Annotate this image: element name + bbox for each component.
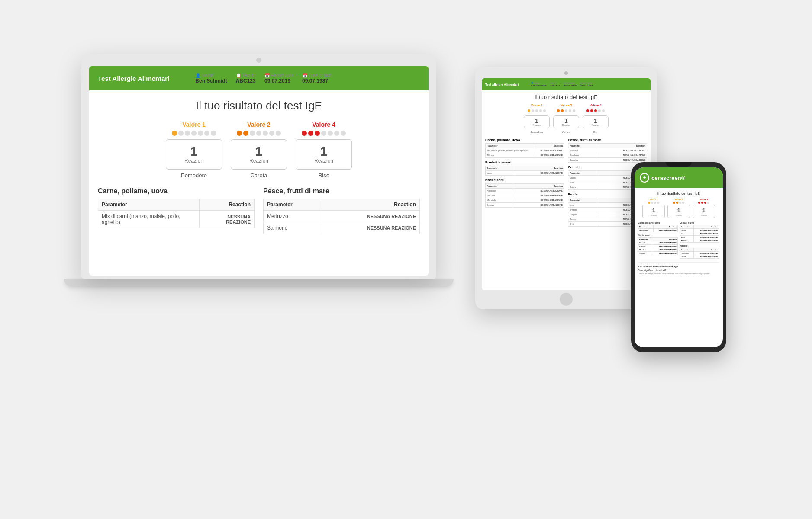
table-group-title-carne: Carne, pollame, uova bbox=[98, 187, 255, 195]
result-title: Il tuo risultato del test IgE bbox=[98, 99, 420, 112]
dot bbox=[211, 131, 216, 136]
meta-dob: 📅 Date of birth 09.07.1987 bbox=[302, 73, 332, 84]
phone-values-row: Valore 1 1 Reazion bbox=[638, 198, 719, 219]
report-title: Test Allergie Alimentari bbox=[89, 70, 187, 87]
dot bbox=[172, 131, 177, 136]
food-name-4: Riso bbox=[296, 172, 352, 179]
meta-dob: Date of birth 09.07.1987 bbox=[580, 82, 593, 87]
phone-notch bbox=[666, 162, 692, 167]
dot bbox=[243, 131, 248, 136]
tablet-result-title: Il tuo risultato del test IgE bbox=[485, 94, 647, 100]
table-row: GranoNESSUNA REAZIONE bbox=[680, 229, 719, 232]
cerascreen-logo-circle: + bbox=[640, 173, 649, 183]
value-card-2: Valore 2 1 Reazion Caro bbox=[553, 104, 579, 134]
dot bbox=[198, 131, 203, 136]
cerascreen-brand-name: cerascreen® bbox=[651, 175, 685, 181]
param-cell: Merluzzo bbox=[264, 211, 321, 222]
value-card-1: Valore 1 bbox=[166, 121, 222, 179]
table-row: Mix di carni (manzo, maiale, pollo, agne… bbox=[98, 211, 255, 228]
meta-name: 👤 Name Ben Schmidt bbox=[195, 73, 227, 84]
table-row: MelaNESSUNA REAZIONE bbox=[680, 236, 719, 239]
laptop-body: Test Allergie Alimentari 👤 Name Ben Schm… bbox=[81, 54, 436, 279]
dot bbox=[256, 131, 261, 136]
report-header: Test Allergie Alimentari 👤 Name Ben Schm… bbox=[89, 66, 429, 90]
dots-row-1 bbox=[166, 131, 222, 136]
meta-testid: Test-ID ABC123 bbox=[550, 82, 560, 87]
table-group-carne: Carne, pollame, uova Parameter Reaction bbox=[98, 187, 255, 234]
meta-report-date: 📅 Report date 09.07.2019 bbox=[264, 73, 293, 84]
table-row: MandorleNESSUNA REAZIONE bbox=[486, 198, 564, 203]
phone-bottom-text: Valutazione dei risultati delle IgE Cosa… bbox=[638, 262, 719, 275]
laptop-camera bbox=[256, 58, 261, 63]
table-row: Mix di carn (manzo, maiale, pollo, agnel… bbox=[486, 148, 564, 153]
tables-section: Carne, pollame, uova Parameter Reaction bbox=[98, 187, 420, 234]
table-row: MandorleNESSUNA REAZIONE bbox=[638, 248, 678, 252]
value-card-4: Valore 4 bbox=[296, 121, 352, 179]
value-card-2: Valore 2 bbox=[231, 121, 287, 179]
tablet-report-body: Il tuo risultato del test IgE Valore 1 1 bbox=[482, 90, 651, 230]
table-group-pesce: Pesce, frutti di mare Parameter Reaction bbox=[263, 187, 420, 234]
phone-body: + cerascreen® Il tuo risultato del test … bbox=[631, 162, 726, 352]
tablet-report-title: Test Allergie Alimentari bbox=[482, 80, 527, 89]
col-header-param: Parameter bbox=[264, 199, 321, 211]
dot bbox=[178, 131, 184, 136]
reaction-box-4: 1 Reazion bbox=[296, 139, 352, 170]
dot bbox=[308, 131, 313, 136]
table-row: SenapeNESSUNA REAZIONE bbox=[638, 252, 678, 255]
table-row: LatteNESSUNA REAZIONE bbox=[486, 171, 564, 176]
dot bbox=[321, 131, 326, 136]
values-row: Valore 1 bbox=[98, 121, 420, 179]
laptop-report: Test Allergie Alimentari 👤 Name Ben Schm… bbox=[89, 66, 429, 276]
table-row: Salmone NESSUNA REAZIONE bbox=[264, 222, 420, 234]
dot bbox=[328, 131, 333, 136]
tablet-report-header: Test Allergie Alimentari 👤 Name Ben Schm… bbox=[482, 78, 651, 90]
param-cell: Mix di carni (manzo, maiale, pollo, agne… bbox=[98, 211, 200, 228]
table-row: CarotaNESSUNA REAZIONE bbox=[680, 255, 719, 259]
report-body: Il tuo risultato del test IgE Valore 1 bbox=[89, 90, 429, 243]
dots-row-4 bbox=[296, 131, 352, 136]
table-row: MerluzzoNESSUNA REAZIONE bbox=[568, 148, 647, 153]
value-label-4: Valore 4 bbox=[296, 121, 352, 128]
reaction-box-1: 1 Reazion bbox=[166, 139, 222, 170]
tablet-home-button[interactable] bbox=[560, 293, 573, 306]
dot bbox=[250, 131, 255, 136]
food-name-2: Carota bbox=[231, 172, 287, 179]
phone-header: + cerascreen® bbox=[635, 167, 723, 188]
tablet-report: Test Allergie Alimentari 👤 Name Ben Schm… bbox=[482, 78, 651, 290]
dot bbox=[302, 131, 307, 136]
phone-device: + cerascreen® Il tuo risultato del test … bbox=[631, 162, 726, 352]
meta-name: 👤 Name Ben Schmidt bbox=[531, 82, 547, 87]
meta-report-date: Report date 09.07.2019 bbox=[564, 82, 577, 87]
phone-screen: + cerascreen® Il tuo risultato del test … bbox=[635, 167, 723, 347]
phone-value-card-4: Valore 4 1 Reazion bbox=[693, 198, 715, 219]
tablet-device: Test Allergie Alimentari 👤 Name Ben Schm… bbox=[475, 67, 657, 318]
table-row: ArachidiNESSUNA REAZIONE bbox=[638, 245, 678, 248]
dot bbox=[269, 131, 274, 136]
value-card-4: Valore 4 1 Reazion bbox=[583, 104, 609, 134]
tablet-screen: Test Allergie Alimentari 👤 Name Ben Schm… bbox=[482, 78, 651, 290]
meta-testid: 📋 Test-ID ABC123 bbox=[236, 73, 256, 84]
col-header-reaction: Reaction bbox=[321, 199, 419, 211]
tablet-camera bbox=[564, 71, 568, 75]
table-group-title-pesce: Pesce, frutti di mare bbox=[263, 187, 420, 195]
col-header-reaction: Reaction bbox=[200, 199, 255, 211]
dots-row-2 bbox=[231, 131, 287, 136]
laptop-screen: Test Allergie Alimentari 👤 Name Ben Schm… bbox=[89, 66, 429, 276]
param-cell: Salmone bbox=[264, 222, 321, 234]
table-row: AranciaNESSUNA REAZIONE bbox=[680, 239, 719, 243]
food-name-1: Pomodoro bbox=[166, 172, 222, 179]
laptop-device: Test Allergie Alimentari 👤 Name Ben Schm… bbox=[81, 54, 436, 305]
dot bbox=[204, 131, 209, 136]
data-table-pesce: Parameter Reaction Merluzzo NESSUNA REAZ… bbox=[263, 199, 420, 234]
dot bbox=[341, 131, 346, 136]
dot bbox=[334, 131, 339, 136]
phone-tables: Carne, pollame, uova Parameter Reaction … bbox=[638, 221, 719, 259]
laptop-base bbox=[64, 279, 454, 287]
table-row: Merluzzo NESSUNA REAZIONE bbox=[264, 211, 420, 222]
phone-value-card-1: Valore 1 1 Reazion bbox=[642, 198, 665, 219]
table-row: NoccioleNESSUNA REAZIONE bbox=[486, 193, 564, 198]
dot bbox=[191, 131, 197, 136]
data-table-carne: Parameter Reaction Mix di carni (manzo, … bbox=[98, 199, 255, 228]
report-meta: 👤 Name Ben Schmidt 📋 Test-ID AB bbox=[187, 69, 429, 88]
table-row: SenapeNESSUNA REAZIONE bbox=[486, 203, 564, 208]
